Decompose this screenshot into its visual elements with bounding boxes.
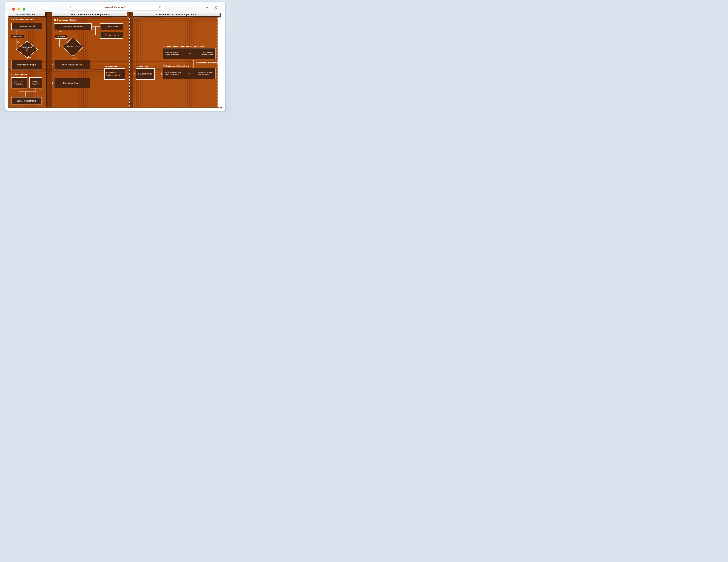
section-label-i: I. Microclimate condition — [11, 18, 33, 21]
browser-toolbar: ‹ › Research frame work + — [5, 2, 225, 12]
section-label-ii: II. Local condition — [11, 74, 28, 76]
search-icon — [69, 6, 71, 9]
forward-button[interactable]: › — [43, 5, 51, 10]
tabs-overview-icon[interactable] — [215, 6, 218, 9]
vs-label-vii: VS. — [188, 53, 192, 55]
pasteboard-right-band — [218, 12, 225, 108]
nav-button-group: ‹ › — [36, 5, 50, 10]
node-local-requirements: Local Requirements — [11, 97, 42, 105]
branch-label-no-1: No — [17, 41, 20, 43]
screenshot-root: ‹ › Research frame work + — [0, 0, 231, 113]
minimize-window-button[interactable] — [17, 8, 20, 11]
node-microclimate-output: Microclimate output — [11, 60, 42, 70]
node-envi-met-model-3: ENVI-met Model — [136, 68, 155, 80]
node-adjustment-1: Adjustment — [11, 35, 24, 38]
node-envi-met-model-1: ENVI-met Model — [11, 23, 42, 30]
node-site-assesment: Site Assesment — [100, 32, 123, 39]
column-divider-stripe-1 — [46, 12, 52, 108]
thermal-comfort-calculation-label: Thermal comfort Calculation — [195, 62, 219, 64]
zoom-window-button[interactable] — [23, 8, 25, 11]
section-label-vii: VII. Evaluation of COMFA thermal comfort… — [163, 46, 205, 48]
decision-insitu-data-text: In-situ Data -R² -RMSE — [19, 46, 35, 52]
page-title: Research frame work — [71, 6, 159, 9]
comfa-after-cell: COMFA Indicators(After intervention) — [201, 52, 213, 56]
new-tab-button[interactable]: + — [206, 5, 208, 10]
column-header-site-assesment: 1. Site Assesment — [8, 12, 45, 16]
browser-window: ‹ › Research frame work + — [5, 2, 225, 111]
column-header-toolkits-development: 2. Toolkits Development & Deployment — [52, 12, 127, 16]
section-label-vi: VI. Evaluation of Microclimate — [163, 65, 189, 67]
branch-label-yes-1: Yes — [28, 56, 31, 58]
node-users-culture-previous-plan: Users / Culture /Previous plan — [11, 77, 27, 89]
node-landscape-intervention: Landscape intervention — [54, 23, 92, 30]
vs-label-vi: VS. — [188, 72, 191, 75]
address-bar[interactable]: Research frame work — [66, 5, 164, 10]
section-label-iii: III. Thermalscape Tookit — [54, 19, 76, 21]
close-window-button[interactable] — [12, 8, 15, 11]
microclimate-after-cell: Microclimate Indicators(After interventi… — [198, 72, 213, 76]
section-label-v: V. Evaluation — [137, 66, 148, 68]
microclimate-before-cell: Microclimate Indicators(Before intervent… — [165, 72, 181, 76]
comfa-before-cell: COMFA Indicators(Before intervention) — [165, 52, 179, 56]
slide-bottom-dashed-border — [8, 107, 222, 108]
node-microclimate-toolkits: Microclimate Toolkits — [54, 60, 90, 70]
back-button[interactable]: ‹ — [36, 5, 43, 10]
node-adjustment-2: Adjustment — [55, 35, 67, 39]
refresh-icon[interactable] — [159, 6, 162, 9]
column3-panel-tint — [133, 12, 218, 108]
node-microclimate-comparison: Microclimate Indicators(Before intervent… — [163, 68, 216, 79]
node-comfa-comparison: COMFA Indicators(Before intervention) VS… — [163, 48, 216, 59]
node-functional-spaces: Functional Spaces — [54, 78, 90, 88]
diagram-canvas: I. Microclimate condition II. Local cond… — [8, 12, 218, 108]
decision-envi-met-text: ENVI-met Model — [65, 46, 81, 48]
section-label-iv: IV. Master Plan — [105, 66, 118, 68]
node-visiting-frequency: VisitingFrequency — [29, 77, 42, 89]
node-master-plan: Master Plan(toolkits applied) — [104, 68, 125, 80]
node-comfa-model: COMFA model — [100, 23, 123, 30]
dashed-separator-2 — [129, 18, 130, 107]
branch-label-no-2: No — [58, 43, 60, 45]
branch-label-yes-2: Yes — [74, 57, 77, 59]
column-header-evaluation: 3. Evaluation of Thermalscape Tactics — [133, 12, 220, 16]
